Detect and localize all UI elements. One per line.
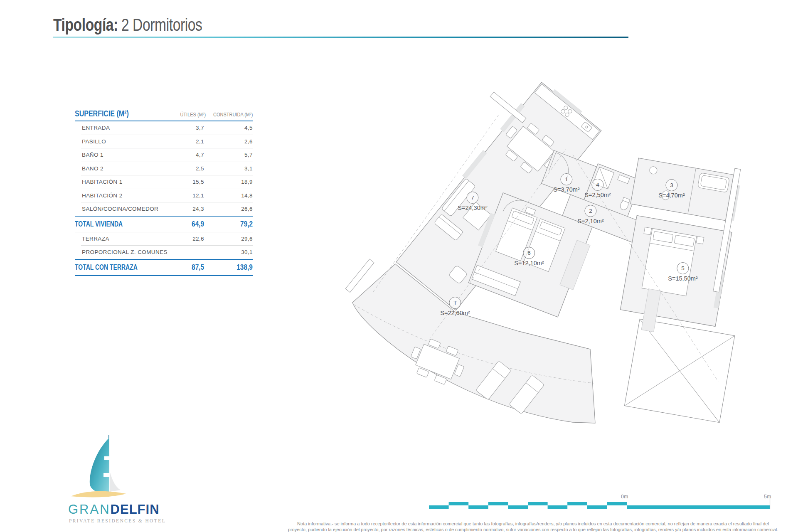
table-row: HABITACIÓN 2 12,1 14,8 — [75, 189, 253, 202]
room-label-terrace: T S=22,60m² — [440, 297, 470, 316]
table-row: SALÓN/COCINA/COMEDOR 24,3 26,6 — [75, 202, 253, 216]
row-label: HABITACIÓN 1 — [75, 179, 163, 185]
row-construida: 3,1 — [204, 165, 253, 172]
title-prefix: Tipología: — [53, 15, 118, 34]
table-row: PROPORCIONAL Z. COMUNES 30,1 — [75, 246, 253, 259]
row-construida: 2,6 — [204, 138, 253, 145]
room-label-4: 4 S=2,50m² — [584, 179, 611, 198]
total-terraza-row: TOTAL CON TERRAZA 87,5 138,9 — [75, 260, 253, 275]
room-area: S=12,10m² — [514, 260, 544, 266]
row-utiles: 12,1 — [163, 192, 204, 199]
scale-end-label: 5m — [764, 494, 771, 500]
room-number: 7 — [467, 192, 479, 204]
col-utiles: ÚTILES (M²) — [180, 112, 206, 118]
scale-bar — [429, 497, 771, 512]
total-utiles: 87,5 — [192, 263, 204, 272]
row-label: BAÑO 1 — [75, 152, 163, 158]
row-utiles: 2,5 — [163, 165, 204, 172]
row-label: BAÑO 2 — [75, 165, 163, 172]
row-label: PASILLO — [75, 138, 163, 145]
table-header: SUPERFICIE (M²) ÚTILES (M²) CONSTRUIDA (… — [75, 107, 253, 121]
total-construida: 138,9 — [236, 263, 253, 272]
row-construida: 14,8 — [204, 192, 253, 199]
row-construida: 30,1 — [204, 249, 253, 255]
room-area: S=4,70m² — [658, 192, 685, 199]
row-label: ENTRADA — [75, 125, 163, 131]
legal-note-line1: Nota informativa.- se informa a todo rec… — [283, 521, 783, 527]
room-number: T — [449, 297, 461, 309]
brand-name-gran: GRAN — [68, 502, 111, 517]
brochure-page: Tipología:2 Dormitorios SUPERFICIE (M²) … — [0, 0, 798, 532]
total-rule-bottom — [75, 275, 253, 276]
brand-logo: GRANDELFIN PRIVATE RESIDENCES & HOTEL — [63, 435, 180, 523]
room-number: 5 — [677, 262, 689, 274]
table-row: ENTRADA 3,7 4,5 — [75, 121, 253, 135]
room-number: 1 — [561, 173, 573, 185]
row-label: HABITACIÓN 2 — [75, 192, 163, 199]
row-utiles: 15,5 — [163, 179, 204, 185]
title-value: 2 Dormitorios — [121, 15, 202, 34]
sail-logo-icon — [63, 435, 167, 498]
row-utiles: 24,3 — [163, 206, 204, 212]
room-label-3: 3 S=4,70m² — [658, 179, 685, 199]
room-number: 6 — [523, 247, 535, 259]
brand-name: GRANDELFIN — [68, 502, 180, 517]
table-row: PASILLO 2,1 2,6 — [75, 135, 253, 148]
col-construida: CONSTRUIDA (M²) — [213, 112, 253, 118]
row-label: SALÓN/COCINA/COMEDOR — [75, 206, 163, 212]
row-utiles: 22,6 — [163, 236, 204, 242]
page-title: Tipología:2 Dormitorios — [53, 15, 239, 35]
room-area: S=22,60m² — [440, 310, 470, 316]
title-underline — [53, 37, 628, 38]
surface-table: SUPERFICIE (M²) ÚTILES (M²) CONSTRUIDA (… — [75, 107, 253, 276]
row-construida: 4,5 — [204, 125, 253, 131]
row-utiles: 4,7 — [163, 152, 204, 158]
legal-note-line2: proyecto, pudiendo la ejecución del proy… — [283, 527, 783, 532]
room-number: 3 — [666, 179, 678, 191]
total-vivienda-row: TOTAL VIVIENDA 64,9 79,2 — [75, 217, 253, 232]
table-row: BAÑO 1 4,7 5,7 — [75, 148, 253, 162]
row-utiles: 2,1 — [163, 138, 204, 145]
room-area: S=2,50m² — [584, 192, 611, 198]
room-label-1: 1 S=3,70m² — [553, 173, 579, 193]
room-label-6: 6 S=12,10m² — [514, 247, 544, 266]
room-label-7: 7 S=24,30m² — [458, 192, 487, 211]
row-construida: 5,7 — [204, 152, 253, 158]
room-number: 4 — [592, 179, 604, 191]
room-label-2: 2 S=2,10m² — [577, 205, 603, 224]
room-label-5: 5 S=15,50m² — [668, 262, 697, 282]
col-superficie: SUPERFICIE (M²) — [75, 109, 129, 118]
row-utiles: 3,7 — [163, 125, 204, 131]
table-row: HABITACIÓN 1 15,5 18,9 — [75, 175, 253, 189]
room-area: S=2,10m² — [577, 218, 603, 224]
table-row: BAÑO 2 2,5 3,1 — [75, 162, 253, 175]
table-row: TERRAZA 22,6 29,6 — [75, 232, 253, 246]
row-construida: 26,6 — [204, 206, 253, 212]
row-construida: 18,9 — [204, 179, 253, 185]
legal-note: Nota informativa.- se informa a todo rec… — [283, 521, 783, 532]
room-area: S=3,70m² — [553, 186, 579, 193]
room-number: 2 — [585, 205, 597, 217]
total-construida: 79,2 — [240, 220, 253, 229]
total-label: TOTAL VIVIENDA — [75, 220, 123, 229]
room-area: S=15,50m² — [668, 275, 697, 282]
room-area: S=24,30m² — [458, 204, 487, 211]
scale-start-label: 0m — [621, 494, 628, 500]
brand-tagline: PRIVATE RESIDENCES & HOTEL — [69, 518, 180, 523]
row-label: PROPORCIONAL Z. COMUNES — [75, 249, 163, 255]
row-label: TERRAZA — [75, 236, 163, 242]
total-label: TOTAL CON TERRAZA — [75, 263, 138, 272]
brand-name-delfin: DELFIN — [111, 502, 160, 517]
row-construida: 29,6 — [204, 236, 253, 242]
total-utiles: 64,9 — [192, 220, 204, 229]
